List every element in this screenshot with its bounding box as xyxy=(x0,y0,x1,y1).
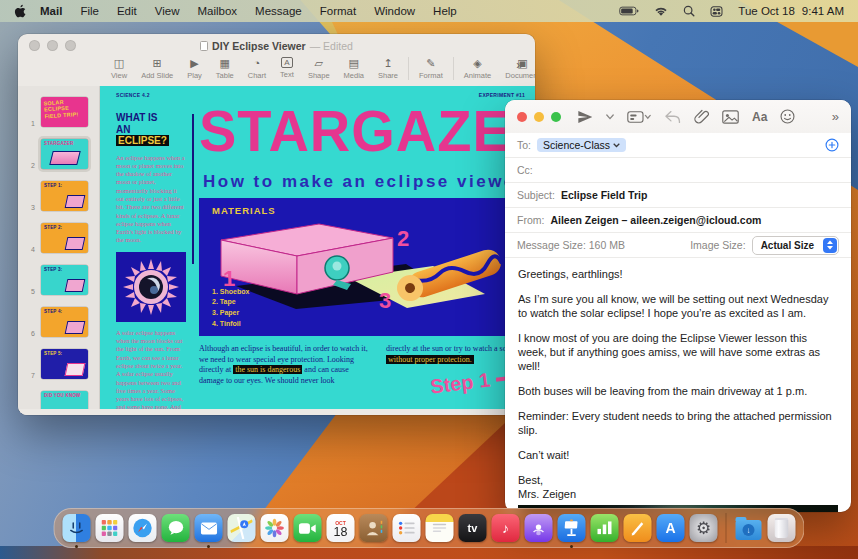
from-label: From: xyxy=(517,214,544,226)
keynote-toolbar-button[interactable]: ✎ Format xyxy=(408,57,450,80)
dock-trash[interactable] xyxy=(768,514,796,542)
body-paragraph: Both buses will be leaving from the main… xyxy=(518,384,838,398)
close-button[interactable] xyxy=(29,40,40,51)
slide-thumbnail[interactable]: STEP 5: xyxy=(38,346,91,382)
menu-item[interactable]: Message xyxy=(246,5,311,17)
dock-safari[interactable] xyxy=(129,514,157,542)
slide-canvas[interactable]: SCIENCE 4.2 EXPERIMENT #11 WHAT IS AN EC… xyxy=(100,86,535,409)
image-size-select[interactable]: Actual Size xyxy=(752,236,839,255)
battery-icon[interactable] xyxy=(619,6,639,16)
toolbar-overflow-chevron[interactable]: » xyxy=(516,56,523,72)
keynote-toolbar-button[interactable]: ◈ Animate xyxy=(453,57,499,80)
toolbar-button-label: Text xyxy=(280,70,294,79)
toolbar-button-label: Play xyxy=(187,71,202,80)
menu-item[interactable]: Help xyxy=(424,5,466,17)
emoji-button[interactable] xyxy=(780,109,795,124)
slide-thumbnail-title: STEP 3: xyxy=(44,267,62,272)
keynote-toolbar-button[interactable]: ▤ Media xyxy=(337,57,371,80)
dock-facetime[interactable] xyxy=(294,514,322,542)
keynote-toolbar-button[interactable]: ▶ Play xyxy=(180,57,209,80)
message-size-row: Message Size: 160 MB Image Size: Actual … xyxy=(505,233,851,258)
desktop: Mail FileEditViewMailboxMessageFormatWin… xyxy=(0,0,858,559)
photo-browser-button[interactable] xyxy=(722,110,739,124)
slide-thumbnail[interactable]: STEP 1: xyxy=(38,178,91,214)
zoom-button[interactable] xyxy=(65,40,76,51)
dock-photos[interactable] xyxy=(261,514,289,542)
photos-flower-icon xyxy=(265,518,285,538)
zoom-button[interactable] xyxy=(551,112,561,122)
add-recipient-button[interactable] xyxy=(825,138,839,152)
dock-podcasts[interactable] xyxy=(525,514,553,542)
keynote-toolbar-button[interactable]: ↥ Share xyxy=(371,57,405,80)
dock-notes[interactable] xyxy=(426,514,454,542)
slide-thumbnail-row: 5 STEP 3: xyxy=(24,262,99,298)
dock-mail[interactable] xyxy=(195,514,223,542)
keynote-toolbar-button[interactable]: ◫ View xyxy=(104,57,134,80)
reply-button[interactable] xyxy=(664,110,681,124)
keynote-toolbar-button[interactable]: ▦ Table xyxy=(209,57,241,80)
dock-downloads-folder[interactable]: ↓ xyxy=(735,514,763,542)
dock-pages[interactable] xyxy=(624,514,652,542)
slide-thumbnail[interactable]: STEP 3: xyxy=(38,262,91,298)
from-field[interactable]: From: Aileen Zeigen – aileen.zeigen@iclo… xyxy=(505,208,851,233)
dock-system-settings[interactable]: ⚙ xyxy=(690,514,718,542)
dock-numbers[interactable] xyxy=(591,514,619,542)
keynote-toolbar-button[interactable]: ▱ Shape xyxy=(301,57,337,80)
toolbar-button-label: View xyxy=(111,71,127,80)
dock-music[interactable]: ♪ xyxy=(492,514,520,542)
menu-item[interactable]: Edit xyxy=(108,5,146,17)
slide-thumbnail[interactable]: STEP 4: xyxy=(38,304,91,340)
dock-finder[interactable] xyxy=(63,514,91,542)
dock-launchpad[interactable] xyxy=(96,514,124,542)
dock-calendar[interactable]: OCT 18 xyxy=(327,514,355,542)
slide-thumbnail-title: STEP 4: xyxy=(44,309,62,314)
document-icon xyxy=(200,41,208,51)
minimize-button[interactable] xyxy=(534,112,544,122)
dock-contacts[interactable] xyxy=(360,514,388,542)
slide-thumbnail-row: 2 STARGAZER xyxy=(24,136,99,172)
dock-keynote[interactable] xyxy=(558,514,586,542)
toolbar-button-icon: ⊞ xyxy=(153,57,162,69)
spotlight-search-icon[interactable] xyxy=(683,5,695,17)
slide-thumbnail[interactable]: SOLAR ECLIPSE FIELD TRIP! xyxy=(38,94,91,130)
keynote-toolbar-button[interactable]: A Text xyxy=(273,57,301,79)
subject-field[interactable]: Subject: Eclipse Field Trip xyxy=(505,183,851,208)
chat-bubble-icon xyxy=(167,520,184,536)
dock-maps[interactable] xyxy=(228,514,256,542)
dock-tv[interactable]: tv xyxy=(459,514,487,542)
apple-menu-icon[interactable] xyxy=(14,4,27,19)
close-button[interactable] xyxy=(517,112,527,122)
toolbar-button-icon: ✎ xyxy=(426,57,435,69)
menu-item[interactable]: Format xyxy=(311,5,365,17)
format-button[interactable]: Aa xyxy=(752,110,767,124)
menu-item[interactable]: View xyxy=(146,5,189,17)
send-button[interactable] xyxy=(577,109,593,125)
toolbar-overflow-chevron[interactable]: » xyxy=(832,109,839,124)
toolbar-button-icon: ▦ xyxy=(220,57,230,69)
recipient-token[interactable]: Science-Class xyxy=(537,138,626,152)
menu-app-name[interactable]: Mail xyxy=(31,5,71,17)
keynote-toolbar-button[interactable]: ◔ Chart xyxy=(241,57,273,80)
wifi-icon[interactable] xyxy=(654,6,668,17)
dock-messages[interactable] xyxy=(162,514,190,542)
cc-field[interactable]: Cc: xyxy=(505,158,851,183)
slide-thumbnail[interactable]: STARGAZER xyxy=(38,136,91,172)
message-body[interactable]: Greetings, earthlings!As I’m sure you al… xyxy=(505,258,851,502)
menu-item[interactable]: Window xyxy=(365,5,424,17)
control-center-icon[interactable] xyxy=(710,6,723,17)
contacts-person-icon xyxy=(365,518,383,538)
safari-compass-icon xyxy=(132,517,154,539)
dock-appstore[interactable]: A xyxy=(657,514,685,542)
keynote-toolbar-button[interactable]: ⊞ Add Slide xyxy=(134,57,180,80)
send-options-chevron[interactable] xyxy=(606,114,614,120)
attach-button[interactable] xyxy=(694,109,709,125)
slide-thumbnail[interactable]: STEP 2: xyxy=(38,220,91,256)
slide-course-label: SCIENCE 4.2 xyxy=(116,92,150,98)
to-field[interactable]: To: Science-Class xyxy=(505,133,851,158)
menu-item[interactable]: File xyxy=(71,5,108,17)
header-fields-button[interactable] xyxy=(627,110,651,124)
minimize-button[interactable] xyxy=(47,40,58,51)
dock-reminders[interactable] xyxy=(393,514,421,542)
menu-bar-clock[interactable]: Tue Oct 18 9:41 AM xyxy=(738,5,844,17)
menu-item[interactable]: Mailbox xyxy=(188,5,246,17)
